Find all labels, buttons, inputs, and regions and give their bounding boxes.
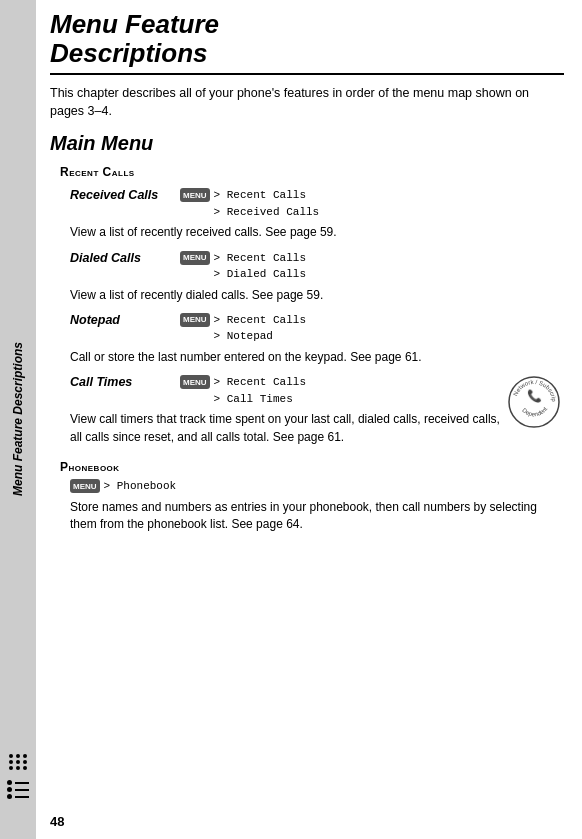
notepad-desc: Call or store the last number entered on… — [70, 349, 564, 366]
phonebook-section: Phonebook MENU > Phonebook Store names a… — [60, 460, 564, 533]
received-calls-item: Received Calls MENU > Recent Calls > Rec… — [70, 187, 564, 220]
menu-icon-calltimes: MENU — [180, 375, 210, 389]
sidebar: Menu Feature Descriptions — [0, 0, 36, 839]
main-menu-heading: Main Menu — [50, 132, 564, 155]
intro-text: This chapter describes all of your phone… — [50, 85, 564, 120]
menu-icon-phonebook: MENU — [70, 479, 100, 493]
main-content: Menu Feature Descriptions This chapter d… — [36, 0, 582, 839]
call-times-label: Call Times — [70, 374, 180, 389]
call-times-item: Call Times MENU > Recent Calls > Call Ti… — [70, 374, 506, 407]
sidebar-icons — [0, 754, 36, 799]
received-calls-label: Received Calls — [70, 187, 180, 202]
network-icon: 📞 Network / Subscription Dependent Featu… — [506, 374, 564, 433]
call-times-code: MENU > Recent Calls > Call Times — [180, 374, 306, 407]
menu-icon-received: MENU — [180, 188, 210, 202]
line-list-icon — [7, 780, 29, 799]
sidebar-label: Menu Feature Descriptions — [11, 342, 25, 496]
dialed-calls-path: > Recent Calls > Dialed Calls — [214, 250, 306, 283]
notepad-path: > Recent Calls > Notepad — [214, 312, 306, 345]
page-title: Menu Feature Descriptions — [50, 10, 564, 67]
title-divider — [50, 73, 564, 75]
dialed-calls-code: MENU > Recent Calls > Dialed Calls — [180, 250, 306, 283]
received-calls-code: MENU > Recent Calls > Received Calls — [180, 187, 319, 220]
menu-icon-notepad: MENU — [180, 313, 210, 327]
recent-calls-heading: Recent Calls — [60, 165, 564, 179]
dot-grid-icon — [9, 754, 28, 770]
dialed-calls-item: Dialed Calls MENU > Recent Calls > Diale… — [70, 250, 564, 283]
menu-icon-dialed: MENU — [180, 251, 210, 265]
phonebook-heading: Phonebook — [60, 460, 564, 474]
recent-calls-section: Recent Calls Received Calls MENU > Recen… — [60, 165, 564, 454]
call-times-row: Call Times MENU > Recent Calls > Call Ti… — [60, 374, 564, 454]
phonebook-row: MENU > Phonebook — [70, 478, 564, 495]
call-times-desc: View call timers that track time spent o… — [70, 411, 506, 446]
dialed-calls-desc: View a list of recently dialed calls. Se… — [70, 287, 564, 304]
phonebook-desc: Store names and numbers as entries in yo… — [70, 499, 564, 534]
notepad-item: Notepad MENU > Recent Calls > Notepad — [70, 312, 564, 345]
page-number: 48 — [50, 814, 64, 829]
dialed-calls-label: Dialed Calls — [70, 250, 180, 265]
notepad-label: Notepad — [70, 312, 180, 327]
call-times-left: Call Times MENU > Recent Calls > Call Ti… — [60, 374, 506, 454]
phonebook-path: > Phonebook — [104, 478, 177, 495]
notepad-code: MENU > Recent Calls > Notepad — [180, 312, 306, 345]
call-times-path: > Recent Calls > Call Times — [214, 374, 306, 407]
received-calls-desc: View a list of recently received calls. … — [70, 224, 564, 241]
network-subscription-icon: 📞 Network / Subscription Dependent Featu… — [506, 374, 562, 430]
received-calls-path: > Recent Calls > Received Calls — [214, 187, 320, 220]
svg-text:📞: 📞 — [527, 388, 542, 403]
